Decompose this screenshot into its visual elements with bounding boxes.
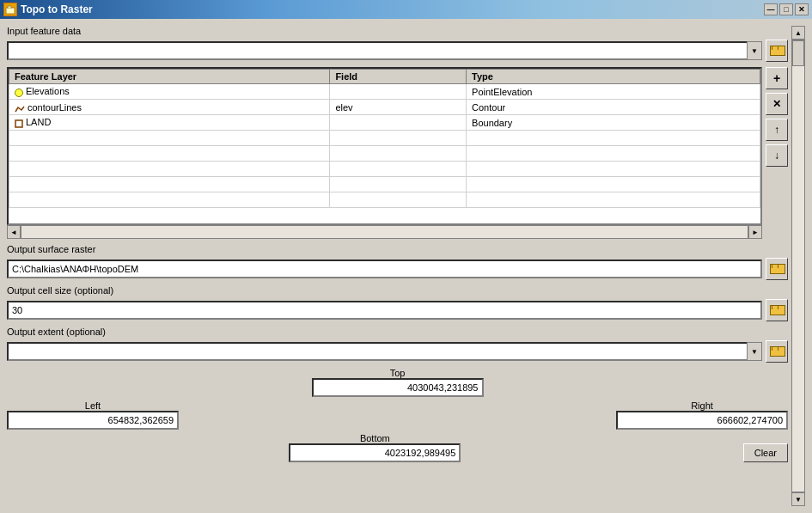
extent-middle-row: Left Right <box>7 400 788 430</box>
extent-left-input[interactable] <box>7 411 179 430</box>
output-cellsize-section: Output cell size (optional) <box>7 285 788 321</box>
close-button[interactable]: ✕ <box>795 3 809 15</box>
x-icon: ✕ <box>772 98 781 110</box>
input-feature-row: ▼ <box>7 40 788 62</box>
table-row[interactable] <box>9 146 760 162</box>
field-cell <box>330 84 467 100</box>
folder-icon-3 <box>770 305 784 315</box>
up-arrow-icon: ↑ <box>774 124 779 136</box>
field-cell <box>330 192 467 208</box>
content-area: Input feature data ▼ <box>7 26 788 506</box>
minimize-button[interactable]: — <box>764 3 778 15</box>
table-row[interactable]: Elevations PointElevation <box>9 84 760 100</box>
output-raster-folder-btn[interactable] <box>766 258 788 280</box>
layer-cell <box>9 177 330 192</box>
table-row[interactable]: LAND Boundary <box>9 115 760 131</box>
layer-cell <box>9 192 330 208</box>
type-cell <box>467 177 760 192</box>
svg-rect-2 <box>7 9 14 13</box>
table-row[interactable] <box>9 162 760 177</box>
field-cell <box>330 131 467 146</box>
scrollbar-track[interactable] <box>791 40 805 492</box>
output-extent-row: ▼ <box>7 340 788 363</box>
scrollbar-thumb[interactable] <box>792 40 804 66</box>
scrollbar-right-btn[interactable]: ► <box>748 225 762 239</box>
input-feature-section: Input feature data ▼ <box>7 26 788 62</box>
scrollbar-up-btn[interactable]: ▲ <box>791 26 805 40</box>
field-cell <box>330 177 467 192</box>
maximize-button[interactable]: □ <box>779 3 793 15</box>
field-cell <box>330 162 467 177</box>
input-feature-label: Input feature data <box>7 26 788 36</box>
input-feature-folder-btn[interactable] <box>766 40 788 62</box>
output-extent-dropdown-btn[interactable]: ▼ <box>747 342 762 361</box>
extent-top-container: Top <box>312 368 484 397</box>
output-cellsize-folder-btn[interactable] <box>766 299 788 321</box>
extent-top-label: Top <box>312 368 484 378</box>
output-cellsize-input[interactable] <box>7 301 762 320</box>
layer-cell: LAND <box>9 115 330 131</box>
type-cell <box>467 162 760 177</box>
output-raster-row <box>7 258 788 280</box>
type-cell: Contour <box>467 100 760 115</box>
svg-marker-3 <box>15 120 22 127</box>
app-icon <box>3 3 17 16</box>
table-row[interactable] <box>9 131 760 146</box>
extent-bottom-input[interactable] <box>289 443 461 462</box>
window-title: Topo to Raster <box>21 3 93 15</box>
horizontal-scrollbar-track[interactable] <box>21 225 748 239</box>
input-feature-combobox: ▼ <box>7 41 762 60</box>
extent-top-input[interactable] <box>312 378 484 397</box>
input-feature-dropdown-btn[interactable]: ▼ <box>747 41 762 60</box>
layer-cell <box>9 131 330 146</box>
table-row[interactable]: contourLines elev Contour <box>9 100 760 115</box>
layer-cell: contourLines <box>9 100 330 115</box>
col-field: Field <box>330 70 467 84</box>
col-type: Type <box>467 70 760 84</box>
layer-line-icon <box>15 104 25 111</box>
plus-icon: + <box>773 71 780 85</box>
output-extent-label: Output extent (optional) <box>7 327 788 337</box>
output-cellsize-label: Output cell size (optional) <box>7 285 788 296</box>
table-row[interactable] <box>9 192 760 208</box>
output-raster-input[interactable] <box>7 260 762 278</box>
folder-icon <box>770 46 784 56</box>
scrollbar-down-btn[interactable]: ▼ <box>791 492 805 506</box>
type-cell: PointElevation <box>467 84 760 100</box>
add-row-button[interactable]: + <box>766 67 788 89</box>
type-cell <box>467 131 760 146</box>
table-area: Feature Layer Field Type Elevations <box>7 67 762 239</box>
clear-button[interactable]: Clear <box>743 443 788 462</box>
extent-top-area: Top <box>7 368 788 397</box>
input-feature-input[interactable] <box>7 41 762 60</box>
down-arrow-icon: ↓ <box>774 150 779 162</box>
move-down-button[interactable]: ↓ <box>766 144 788 167</box>
type-cell <box>467 146 760 162</box>
scrollbar-left-btn[interactable]: ◄ <box>7 225 21 239</box>
output-extent-section: Output extent (optional) ▼ <box>7 327 788 363</box>
table-section: Feature Layer Field Type Elevations <box>7 67 788 239</box>
output-raster-section: Output surface raster <box>7 244 788 280</box>
output-cellsize-row <box>7 299 788 321</box>
output-raster-label: Output surface raster <box>7 244 788 254</box>
table-action-buttons: + ✕ ↑ ↓ <box>766 67 788 239</box>
layer-cell: Elevations <box>9 84 330 100</box>
folder-icon-2 <box>770 264 784 274</box>
output-extent-combobox: ▼ <box>7 342 762 361</box>
extent-bottom-inner: Bottom <box>289 433 461 462</box>
right-scrollbar: ▲ ▼ <box>791 26 805 506</box>
layer-poly-icon <box>15 119 23 128</box>
table-wrapper[interactable]: Feature Layer Field Type Elevations <box>9 69 760 223</box>
move-up-button[interactable]: ↑ <box>766 119 788 141</box>
layer-cell <box>9 162 330 177</box>
table-row[interactable] <box>9 177 760 192</box>
extent-bottom-row: Bottom Clear <box>7 433 788 462</box>
remove-row-button[interactable]: ✕ <box>766 93 788 115</box>
type-cell: Boundary <box>467 115 760 131</box>
extent-bottom-label: Bottom <box>289 433 461 443</box>
extent-coordinates-section: Top Left Right Bottom <box>7 368 788 462</box>
output-extent-folder-btn[interactable] <box>766 340 788 363</box>
extent-right-input[interactable] <box>616 411 788 430</box>
output-extent-input[interactable] <box>7 342 762 361</box>
feature-table: Feature Layer Field Type Elevations <box>9 69 760 208</box>
